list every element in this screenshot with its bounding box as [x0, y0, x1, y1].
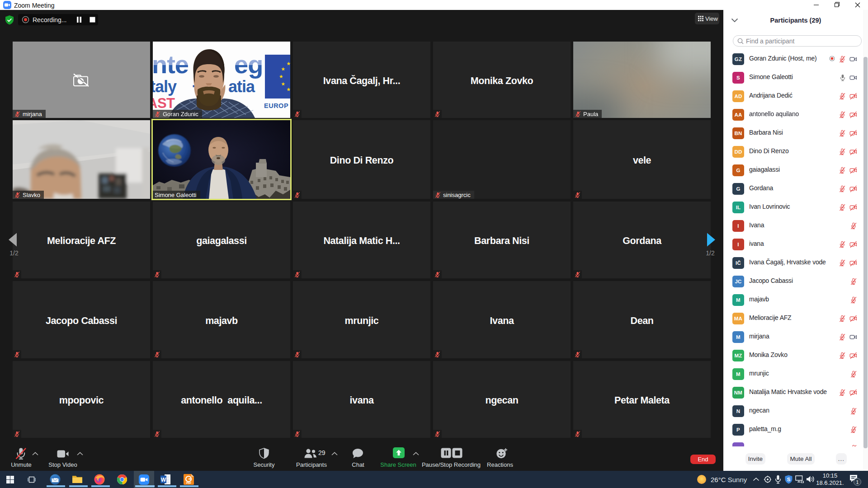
- svg-text:atia: atia: [228, 77, 255, 96]
- svg-text:nte: nte: [153, 50, 189, 79]
- svg-text:EUROP: EUROP: [264, 102, 288, 109]
- svg-text:W: W: [161, 477, 166, 483]
- svg-text:taly: taly: [153, 77, 177, 96]
- svg-text:PDF: PDF: [186, 482, 192, 484]
- svg-text:S: S: [787, 477, 791, 482]
- svg-text:eg: eg: [234, 50, 263, 79]
- svg-text:AST: AST: [153, 95, 175, 111]
